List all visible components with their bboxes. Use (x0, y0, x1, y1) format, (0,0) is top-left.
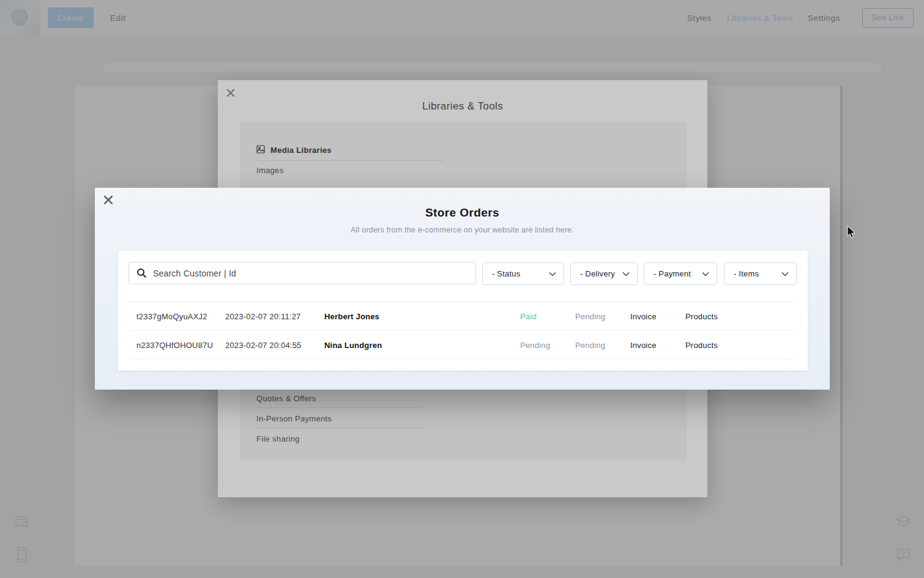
order-search-box (129, 262, 476, 284)
order-row[interactable]: n2337QHfOHOU87U 2023-02-07 20:04:55 Nina… (129, 331, 797, 359)
order-row[interactable]: t2337gMoQyuAXJ2 2023-02-07 20:11:27 Herb… (129, 302, 797, 330)
order-customer: Herbert Jones (324, 312, 520, 321)
payment-filter-label: - Payment (654, 269, 691, 278)
store-orders-modal: ✕ Store Orders All orders from the e-com… (95, 188, 830, 390)
status-filter-label: - Status (492, 269, 520, 278)
order-products-link[interactable]: Products (685, 341, 797, 350)
order-date: 2023-02-07 20:04:55 (225, 341, 324, 350)
order-customer: Nina Lundgren (324, 341, 520, 350)
order-invoice-link[interactable]: Invoice (630, 312, 685, 321)
divider (129, 358, 797, 359)
order-status-badge: Paid (520, 312, 575, 321)
chevron-down-icon (622, 272, 630, 276)
order-id: t2337gMoQyuAXJ2 (136, 312, 225, 321)
items-filter-label: - Items (734, 269, 759, 278)
order-products-link[interactable]: Products (685, 312, 797, 321)
chevron-down-icon (702, 272, 709, 276)
order-invoice-link[interactable]: Invoice (630, 341, 685, 350)
store-orders-title: Store Orders (95, 206, 830, 220)
payment-filter-dropdown[interactable]: - Payment (644, 262, 717, 285)
mouse-cursor (847, 226, 857, 242)
order-id: n2337QHfOHOU87U (136, 341, 225, 350)
order-delivery-status: Pending (575, 341, 630, 350)
delivery-filter-label: - Delivery (580, 269, 615, 278)
status-filter-dropdown[interactable]: - Status (482, 262, 564, 285)
editor-screen: Create Edit Styles Libraries & Tools Set… (0, 0, 924, 578)
order-date: 2023-02-07 20:11:27 (225, 312, 324, 321)
search-customer-input[interactable] (153, 269, 468, 278)
items-filter-dropdown[interactable]: - Items (724, 262, 797, 285)
orders-panel: - Status - Delivery - Payment (118, 251, 808, 371)
delivery-filter-dropdown[interactable]: - Delivery (570, 262, 638, 285)
chevron-down-icon (781, 272, 789, 276)
store-orders-subtitle: All orders from the e-commerce on your w… (95, 226, 830, 234)
search-icon (136, 268, 147, 278)
order-delivery-status: Pending (575, 312, 630, 321)
chevron-down-icon (549, 272, 556, 276)
order-status-badge: Pending (520, 341, 575, 350)
